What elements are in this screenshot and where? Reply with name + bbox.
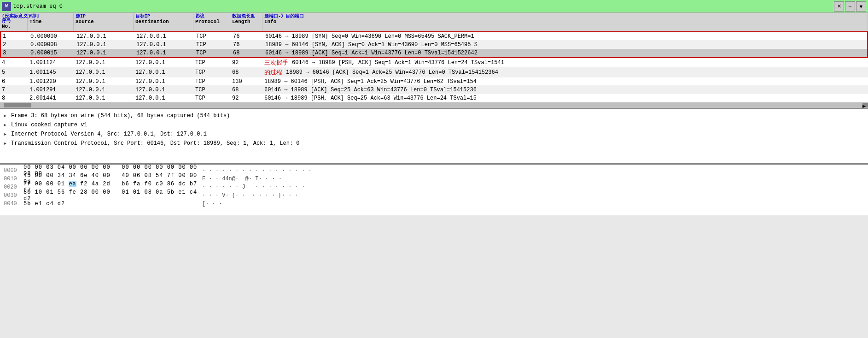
packet-destination: 127.0.0.1 bbox=[134, 59, 193, 66]
packet-info: 的过程 18989 → 60146 [ACK] Seq=1 Ack=25 Win… bbox=[262, 68, 868, 77]
dropdown-filter-button[interactable]: ▼ bbox=[856, 1, 866, 12]
col-header-info: 源端口-》目的端口 Info bbox=[262, 13, 868, 30]
column-headers: (没实际意义) 序号 No. 时间 Time 源IP Source 目标IP D… bbox=[0, 13, 868, 31]
three-way-handshake-group: 1 0.000000 127.0.0.1 127.0.0.1 TCP 76 60… bbox=[0, 31, 868, 58]
packet-no: 1 bbox=[1, 33, 29, 40]
packet-protocol: TCP bbox=[193, 69, 230, 76]
scroll-right-arrow[interactable]: ▶ bbox=[862, 103, 868, 107]
packet-source: 127.0.0.1 bbox=[75, 41, 134, 48]
packet-time: 2.001441 bbox=[28, 95, 74, 102]
hex-row: 0040 5b e1 c4 d2 [· · · bbox=[4, 200, 864, 208]
hex-ascii: E · · 44n@· @· T· · · · bbox=[202, 176, 282, 182]
table-row[interactable]: 5 1.001145 127.0.0.1 127.0.0.1 TCP 68 的过… bbox=[0, 68, 868, 77]
expand-arrow-frame: ▶ bbox=[4, 113, 9, 119]
detail-row-frame[interactable]: ▶ Frame 3: 68 bytes on wire (544 bits), … bbox=[4, 111, 864, 120]
hex-row: 0030 80 10 01 56 fe 28 00 00 01 01 08 0a… bbox=[4, 191, 864, 200]
packet-source: 127.0.0.1 bbox=[74, 86, 134, 94]
packet-destination: 127.0.0.1 bbox=[134, 78, 193, 85]
col-header-destination: 目标IP Destination bbox=[134, 13, 193, 30]
packet-info: 60146 → 18989 [PSH, ACK] Seq=25 Ack=63 W… bbox=[262, 95, 868, 102]
packet-list: (没实际意义) 序号 No. 时间 Time 源IP Source 目标IP D… bbox=[0, 13, 868, 109]
detail-text-tcp: Transmission Control Protocol, Src Port:… bbox=[11, 140, 300, 147]
packet-list-scrollbar[interactable]: ▶ bbox=[0, 102, 868, 108]
expand-arrow-linux: ▶ bbox=[4, 122, 9, 128]
packet-source: 127.0.0.1 bbox=[74, 69, 134, 76]
detail-row-tcp[interactable]: ▶ Transmission Control Protocol, Src Por… bbox=[4, 139, 864, 148]
hex-offset: 0040 bbox=[4, 201, 20, 207]
filter-input[interactable] bbox=[13, 1, 832, 12]
packet-no: 6 bbox=[0, 78, 28, 85]
hex-offset: 0010 bbox=[4, 176, 20, 182]
packet-protocol: TCP bbox=[193, 78, 230, 85]
packet-time: 0.000015 bbox=[29, 49, 75, 57]
expand-arrow-ip: ▶ bbox=[4, 131, 9, 137]
packet-source: 127.0.0.1 bbox=[74, 59, 134, 66]
table-row[interactable]: 7 1.001291 127.0.0.1 127.0.0.1 TCP 68 60… bbox=[0, 86, 868, 94]
packet-protocol: TCP bbox=[193, 59, 230, 66]
packet-length: 92 bbox=[230, 59, 262, 66]
packet-info: 60146 → 18989 [ACK] Seq=1 Ack=1 Win=4377… bbox=[263, 49, 867, 57]
hex-bytes: 80 10 01 56 fe 28 00 00 01 01 08 0a 5b e… bbox=[23, 189, 198, 202]
packet-length: 130 bbox=[230, 78, 262, 85]
packet-source: 127.0.0.1 bbox=[75, 33, 134, 40]
col-header-length: 数据包长度 Length bbox=[230, 13, 262, 30]
packet-time: 1.001145 bbox=[28, 69, 74, 76]
col-header-protocol: 协议 Protocol bbox=[193, 13, 230, 30]
packet-info: 60146 → 18989 [ACK] Seq=25 Ack=63 Win=43… bbox=[262, 86, 868, 94]
hex-offset: 0000 bbox=[4, 167, 20, 174]
hex-section: 0000 00 00 03 04 00 06 00 00 00 00 00 00… bbox=[0, 165, 868, 215]
annotation-process: 的过程 bbox=[264, 68, 282, 77]
packet-info: 三次握手 60146 → 18989 [PSH, ACK] Seq=1 Ack=… bbox=[262, 58, 868, 67]
packet-protocol: TCP bbox=[194, 41, 231, 48]
table-row[interactable]: 2 0.000008 127.0.0.1 127.0.0.1 TCP 76 18… bbox=[1, 41, 867, 49]
filter-action-buttons: ✕ → ▼ bbox=[834, 1, 866, 12]
details-section: ▶ Frame 3: 68 bytes on wire (544 bits), … bbox=[0, 109, 868, 165]
hex-bytes: 5b e1 c4 d2 bbox=[23, 201, 198, 207]
packet-length: 76 bbox=[231, 33, 263, 40]
col-header-time: 时间 Time bbox=[28, 13, 74, 30]
packet-no: 4 bbox=[0, 59, 28, 66]
packet-destination: 127.0.0.1 bbox=[134, 33, 194, 40]
packet-no: 8 bbox=[0, 95, 28, 102]
packet-destination: 127.0.0.1 bbox=[134, 86, 193, 94]
col-header-source: 源IP Source bbox=[74, 13, 134, 30]
packet-source: 127.0.0.1 bbox=[74, 78, 134, 85]
packet-protocol: TCP bbox=[193, 95, 230, 102]
packet-length: 68 bbox=[231, 49, 263, 57]
filter-bar: W ✕ → ▼ bbox=[0, 0, 868, 13]
packet-destination: 127.0.0.1 bbox=[134, 41, 194, 48]
hex-offset: 0020 bbox=[4, 184, 20, 190]
annotation-three-handshake: 三次握手 bbox=[264, 59, 288, 67]
close-filter-button[interactable]: ✕ bbox=[834, 1, 844, 12]
hex-ascii: · · · V· (· · · · · · [· · · bbox=[202, 192, 298, 199]
hex-ascii: [· · · bbox=[202, 201, 222, 207]
packet-time: 0.000000 bbox=[29, 33, 75, 40]
table-row[interactable]: 6 1.001220 127.0.0.1 127.0.0.1 TCP 130 1… bbox=[0, 77, 868, 86]
packet-length: 76 bbox=[231, 41, 263, 48]
packet-protocol: TCP bbox=[193, 86, 230, 94]
packet-no: 7 bbox=[0, 86, 28, 94]
wireshark-icon: W bbox=[2, 2, 11, 11]
detail-row-linux[interactable]: ▶ Linux cooked capture v1 bbox=[4, 120, 864, 130]
table-row[interactable]: 3 0.000015 127.0.0.1 127.0.0.1 TCP 68 60… bbox=[1, 49, 867, 57]
packet-no: 3 bbox=[1, 49, 29, 57]
packet-no: 2 bbox=[1, 41, 29, 48]
packet-info: 60146 → 18989 [SYN] Seq=0 Win=43690 Len=… bbox=[263, 33, 867, 40]
detail-text-ip: Internet Protocol Version 4, Src: 127.0.… bbox=[11, 131, 207, 137]
packet-protocol: TCP bbox=[194, 33, 231, 40]
packet-length: 68 bbox=[230, 69, 262, 76]
hex-offset: 0030 bbox=[4, 192, 20, 199]
packet-destination: 127.0.0.1 bbox=[134, 49, 194, 57]
packet-length: 92 bbox=[230, 95, 262, 102]
packet-destination: 127.0.0.1 bbox=[134, 69, 193, 76]
packet-info: 18989 → 60146 [SYN, ACK] Seq=0 Ack=1 Win… bbox=[263, 41, 867, 48]
table-row[interactable]: 1 0.000000 127.0.0.1 127.0.0.1 TCP 76 60… bbox=[1, 32, 867, 41]
packet-time: 1.001124 bbox=[28, 59, 74, 66]
table-row[interactable]: 8 2.001441 127.0.0.1 127.0.0.1 TCP 92 60… bbox=[0, 94, 868, 102]
scroll-thumb[interactable] bbox=[4, 103, 31, 107]
detail-row-ip[interactable]: ▶ Internet Protocol Version 4, Src: 127.… bbox=[4, 130, 864, 139]
packet-destination: 127.0.0.1 bbox=[134, 95, 193, 102]
apply-filter-button[interactable]: → bbox=[845, 1, 855, 12]
table-row[interactable]: 4 1.001124 127.0.0.1 127.0.0.1 TCP 92 三次… bbox=[0, 58, 868, 68]
packet-protocol: TCP bbox=[194, 49, 231, 57]
